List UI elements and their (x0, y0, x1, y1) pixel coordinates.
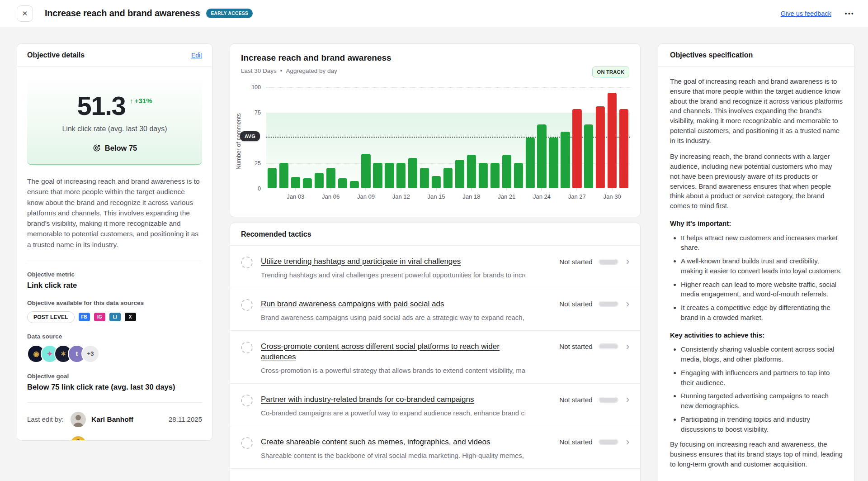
chart-bar[interactable] (420, 168, 429, 188)
tactic-row[interactable]: Cross-promote content across different s… (230, 331, 640, 384)
chart-bar[interactable] (361, 154, 370, 188)
chevron-right-icon[interactable]: › (626, 342, 629, 351)
tactic-status-label: Not started (559, 258, 592, 266)
chart-bar[interactable] (432, 176, 441, 188)
x-tick-label: Jan 21 (498, 193, 515, 200)
objective-metric-label: Objective metric (27, 271, 202, 278)
chevron-right-icon[interactable]: › (626, 257, 629, 266)
chart-bar[interactable] (479, 163, 488, 188)
x-tick-label: Jan 03 (287, 193, 304, 200)
created-by-name: Jenny Wilson (91, 440, 137, 441)
chart-bar[interactable] (408, 158, 417, 188)
chart-bar[interactable] (525, 138, 534, 188)
tactic-title-link[interactable]: Create shareable content such as memes, … (261, 438, 490, 446)
tactic-description: Cross-promotion is a powerful strategy t… (261, 367, 525, 374)
chart-bar[interactable] (315, 173, 324, 188)
tactic-status-circle-icon (241, 299, 253, 311)
person-photo-icon (71, 436, 86, 441)
x-tick-label: Jan 09 (357, 193, 375, 200)
tactic-title-link[interactable]: Partner with industry-related brands for… (261, 395, 474, 404)
tactic-status-label: Not started (559, 300, 592, 308)
status-badge: ON TRACK (592, 67, 629, 77)
chart-bar[interactable] (279, 163, 288, 188)
chart-bar[interactable] (549, 138, 558, 188)
chevron-right-icon[interactable]: › (626, 300, 629, 309)
page-title: Increase reach and brand awareness (45, 8, 200, 19)
metric-delta: ↑ +31% (130, 97, 152, 105)
tactic-status-group: Not started› (559, 438, 629, 447)
data-source-label: Data source (27, 333, 202, 340)
edit-link[interactable]: Edit (191, 52, 202, 59)
tactic-description: Shareable content is the backbone of vir… (261, 452, 525, 459)
objective-goal-value: Below 75 link click rate (avg. last 30 d… (27, 383, 202, 391)
x-tick-label: Jan 06 (322, 193, 340, 200)
chevron-right-icon[interactable]: › (626, 438, 629, 447)
chart-bar[interactable] (584, 124, 593, 188)
chart-bar[interactable] (608, 93, 617, 188)
tactic-main: Utilize trending hashtags and participat… (261, 256, 525, 279)
chart-bar[interactable] (619, 109, 628, 188)
chart-bar[interactable] (326, 168, 335, 188)
divider (230, 468, 640, 469)
spec-paragraph: The goal of increasing reach and brand a… (670, 76, 843, 145)
x-tick-mark (401, 188, 401, 190)
x-tick-mark (436, 188, 437, 190)
tactic-description: Trending hashtags and viral challenges p… (261, 271, 525, 279)
chart-bar[interactable] (467, 155, 476, 188)
metric-caption: Link click rate (avg. last 30 days) (32, 125, 198, 133)
early-access-badge: EARLY ACCESS (206, 9, 253, 18)
chart-bar[interactable] (338, 178, 347, 188)
chart-bar[interactable] (455, 160, 464, 188)
tactic-title-link[interactable]: Utilize trending hashtags and participat… (261, 257, 461, 266)
tactic-row[interactable]: Run brand awareness campaigns with paid … (230, 288, 640, 330)
data-sources-label: Objective available for this data source… (27, 300, 202, 306)
more-options-icon[interactable]: ••• (845, 10, 854, 17)
chart-bar[interactable] (502, 155, 511, 188)
recommended-tactics-card: Recomended tactics Utilize trending hash… (230, 223, 641, 481)
close-button[interactable]: ✕ (17, 5, 33, 22)
chart-bar[interactable] (396, 163, 406, 188)
chart-bar[interactable] (268, 168, 277, 188)
chart-bar[interactable] (385, 163, 394, 188)
tactic-row[interactable]: Utilize trending hashtags and participat… (230, 246, 640, 288)
data-source-avatars[interactable]: ◉✦✶t+3 (27, 345, 202, 363)
chart-bar[interactable] (443, 168, 453, 188)
chevron-right-icon[interactable]: › (626, 395, 629, 404)
avatar (71, 412, 86, 427)
chart-bar[interactable] (291, 177, 300, 188)
avatar (71, 436, 86, 441)
x-tick-label: Jan 27 (568, 193, 586, 200)
divider (27, 261, 202, 261)
tactic-row[interactable]: Create shareable content such as memes, … (230, 426, 640, 468)
tactic-progress-bar (599, 343, 618, 349)
objective-goal-label: Objective goal (27, 373, 202, 380)
average-badge: AVG (240, 131, 260, 141)
specification-body: The goal of increasing reach and brand a… (658, 67, 854, 481)
x-tick-mark (295, 188, 296, 190)
chart-aggregation: Aggregated by day (286, 67, 337, 74)
chart-bar[interactable] (514, 163, 523, 188)
chart-bar[interactable] (373, 163, 382, 188)
chart-bar[interactable] (491, 163, 500, 188)
give-feedback-link[interactable]: Give us feedback (781, 10, 831, 17)
tactic-title-link[interactable]: Run brand awareness campaigns with paid … (261, 300, 444, 308)
tactic-title-link[interactable]: Cross-promote content across different s… (261, 342, 500, 362)
tactic-row[interactable]: Partner with industry-related brands for… (230, 384, 640, 426)
chart-bar[interactable] (596, 106, 605, 188)
key-activities-list: Consistently sharing valuable content ac… (670, 344, 843, 434)
chart-bar[interactable] (561, 132, 570, 188)
chart-bar[interactable] (572, 109, 581, 188)
chart-bar[interactable] (537, 124, 546, 188)
tactic-main: Partner with industry-related brands for… (261, 394, 525, 417)
middle-column: Increase reach and brand awareness Last … (230, 43, 641, 481)
chart-subtitle: Last 30 Days • Aggregated by day (241, 67, 629, 74)
objective-details-title: Objective details (27, 51, 85, 59)
chart-bar[interactable] (303, 178, 312, 188)
more-sources-badge[interactable]: +3 (81, 345, 99, 363)
chart-title: Increase reach and brand awareness (241, 53, 629, 63)
chart-bar[interactable] (349, 181, 359, 188)
tactic-status-circle-icon (241, 395, 253, 406)
fb-badge: FB (79, 313, 90, 321)
y-tick-label: 25 (255, 160, 261, 167)
x-tick-mark (612, 188, 613, 190)
